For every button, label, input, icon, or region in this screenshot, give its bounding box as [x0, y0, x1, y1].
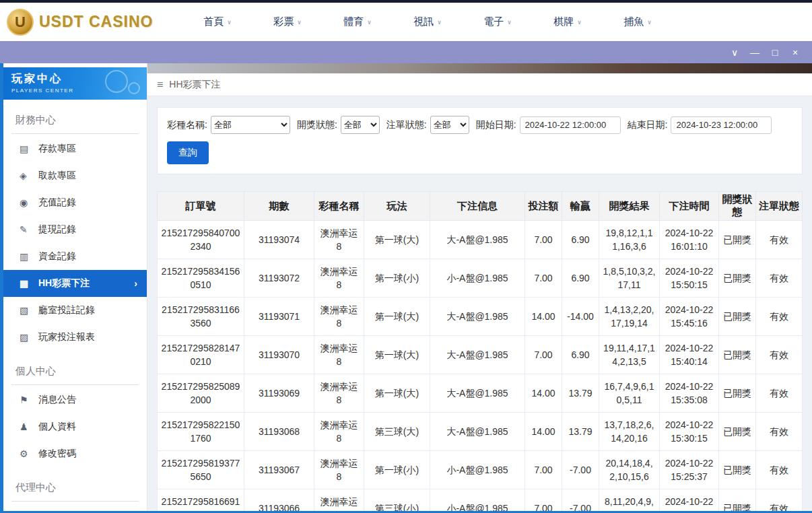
table-container: 訂單號期數彩種名稱玩法下注信息投注額輸贏開獎結果下注時間開獎狀態注單狀態 215… [157, 191, 803, 511]
nav-item-slots[interactable]: 電子∨ [463, 15, 533, 28]
sidebar-item-label: 存款專區 [38, 143, 76, 155]
table-cell: 小-A盤@1.985 [430, 259, 525, 298]
end-date-input[interactable] [671, 116, 772, 134]
table-cell: -7.00 [562, 451, 599, 489]
sidebar-item-label: 充值記錄 [38, 197, 76, 209]
brand[interactable]: U USDT CASINO [7, 9, 165, 36]
table-cell: 31193069 [244, 374, 314, 413]
table-cell: 14.00 [525, 374, 562, 413]
table-cell: 大-A盤@1.985 [430, 221, 525, 259]
sidebar-item-agent-rules[interactable]: ▩ 代理規則說明 [3, 503, 147, 511]
table-cell: 有效 [756, 336, 803, 374]
nav-item-live[interactable]: 視訊∨ [393, 15, 463, 28]
table-cell: 2024-10-22 15:21:09 [660, 489, 719, 512]
table-cell: 大-A盤@1.985 [430, 298, 525, 336]
sidebar: 玩家中心 PLAYERS CENTER 財務中心 ▤ 存款專區 ◈ 取款專區 ◉… [3, 63, 147, 511]
sidebar-item-change-password[interactable]: ⚙ 修改密碼 [3, 440, 147, 467]
window-collapse-button[interactable]: ∨ [724, 47, 745, 58]
start-date-input[interactable] [520, 116, 621, 134]
table-cell: 2152172958281470210 [158, 336, 244, 374]
table-row: 215217295834156051031193072澳洲幸运8第一球(小)小-… [158, 259, 803, 298]
sidebar-item-announcements[interactable]: ⚑ 消息公告 [3, 386, 147, 413]
table-cell: 小-A盤@1.985 [430, 489, 525, 512]
table-cell: 有效 [756, 298, 803, 336]
table-cell: 2152172958193775650 [158, 451, 244, 489]
table-cell: 19,8,12,1,11,16,3,6 [599, 221, 660, 259]
lottery-bet-icon: ▦ [20, 278, 38, 289]
column-header: 期數 [244, 192, 314, 221]
sidebar-item-withdraw[interactable]: ◈ 取款專區 [3, 162, 147, 189]
sidebar-item-label: 取款專區 [38, 170, 76, 182]
sidebar-item-label: 消息公告 [38, 394, 76, 406]
nav-label: 捕魚 [623, 15, 644, 27]
nav-item-sports[interactable]: 體育∨ [323, 15, 393, 28]
nav-item-home[interactable]: 首頁∨ [182, 15, 252, 28]
table-cell: 第一球(小) [364, 451, 430, 489]
draw-status-select[interactable]: 全部 [341, 116, 380, 134]
sidebar-item-recharge-record[interactable]: ◉ 充值記錄 [3, 189, 147, 216]
funds-record-icon: ▥ [20, 251, 38, 262]
table-cell: 2024-10-22 15:25:37 [660, 451, 719, 489]
table-cell: 有效 [756, 374, 803, 413]
sidebar-item-label: 修改密碼 [38, 448, 76, 460]
sidebar-item-funds-record[interactable]: ▥ 資金記錄 [3, 243, 147, 270]
table-cell: 第一球(小) [364, 259, 430, 298]
section-title-finance: 財務中心 [11, 108, 139, 134]
nav-item-lottery[interactable]: 彩票∨ [252, 15, 323, 28]
window-close-button[interactable]: × [785, 47, 805, 58]
player-bet-report-icon: ▨ [20, 332, 38, 343]
sidebar-item-profile[interactable]: ♟ 個人資料 [3, 413, 147, 440]
withdraw-icon: ◈ [20, 170, 38, 181]
table-cell: 澳洲幸运8 [314, 489, 364, 512]
table-cell: 澳洲幸运8 [314, 221, 364, 259]
table-cell: 14.00 [525, 413, 562, 451]
chevron-right-icon: › [134, 278, 137, 289]
nav-label: 首頁 [203, 15, 224, 27]
sidebar-item-deposit[interactable]: ▤ 存款專區 [3, 135, 147, 162]
nav-item-chess[interactable]: 棋牌∨ [533, 15, 603, 28]
sidebar-item-hh-lottery-bets[interactable]: ▦ HH彩票下注 › [3, 270, 147, 297]
table-cell: -14.00 [562, 298, 599, 336]
sidebar-item-label: HH彩票下注 [38, 277, 90, 289]
window-maximize-button[interactable]: □ [765, 47, 785, 58]
table-cell: 6.90 [562, 336, 599, 374]
sidebar-item-room-bet-record[interactable]: ▧ 廳室投註記錄 [3, 297, 147, 324]
table-row: 215217295816691125031193066澳洲幸运8第三球(小)小-… [158, 489, 803, 512]
table-cell: 20,14,18,4,2,10,15,6 [599, 451, 660, 489]
table-cell: 13.79 [562, 413, 599, 451]
lottery-name-select[interactable]: 全部 [211, 116, 290, 134]
nav-label: 視訊 [413, 15, 434, 27]
table-cell: 已開獎 [719, 413, 756, 451]
table-cell: 澳洲幸运8 [314, 336, 364, 374]
decor-circle-icon [128, 82, 140, 94]
sidebar-item-withdrawal-record[interactable]: ✎ 提現記錄 [3, 216, 147, 243]
table-cell: 2152172958166911250 [158, 489, 244, 512]
table-cell: 有效 [756, 221, 803, 259]
nav-item-fishing[interactable]: 捕魚∨ [603, 15, 673, 28]
table-cell: 已開獎 [719, 221, 756, 259]
table-cell: 31193066 [244, 489, 314, 512]
column-header: 開獎狀態 [719, 192, 756, 221]
sidebar-item-label: 廳室投註記錄 [38, 304, 95, 316]
chevron-down-icon: ∨ [507, 19, 512, 26]
search-button[interactable]: 查詢 [167, 141, 209, 164]
chevron-down-icon: ∨ [227, 19, 232, 26]
main-area: ≡ HH彩票下注 彩種名稱: 全部 開獎狀態: 全部 注單狀態: 全部 [147, 63, 812, 511]
table-cell: 2024-10-22 15:45:16 [660, 298, 719, 336]
section-title-personal: 個人中心 [11, 359, 139, 385]
table-cell: 已開獎 [719, 298, 756, 336]
hamburger-menu-icon[interactable]: ≡ [157, 79, 163, 91]
sidebar-item-player-bet-report[interactable]: ▨ 玩家投注報表 [3, 324, 147, 351]
chevron-down-icon: ∨ [367, 19, 372, 26]
column-header: 彩種名稱 [314, 192, 364, 221]
table-cell: 2152172958250892000 [158, 374, 244, 413]
order-status-select[interactable]: 全部 [430, 116, 469, 134]
table-cell: 已開獎 [719, 336, 756, 374]
table-cell: 已開獎 [719, 451, 756, 489]
table-cell: 第一球(大) [364, 221, 430, 259]
breadcrumb: ≡ HH彩票下注 [147, 73, 812, 96]
room-bet-record-icon: ▧ [20, 305, 38, 316]
table-cell: 大-A盤@1.985 [430, 336, 525, 374]
app-window: 玩家中心 PLAYERS CENTER 財務中心 ▤ 存款專區 ◈ 取款專區 ◉… [0, 63, 812, 513]
window-minimize-button[interactable]: — [745, 47, 765, 58]
